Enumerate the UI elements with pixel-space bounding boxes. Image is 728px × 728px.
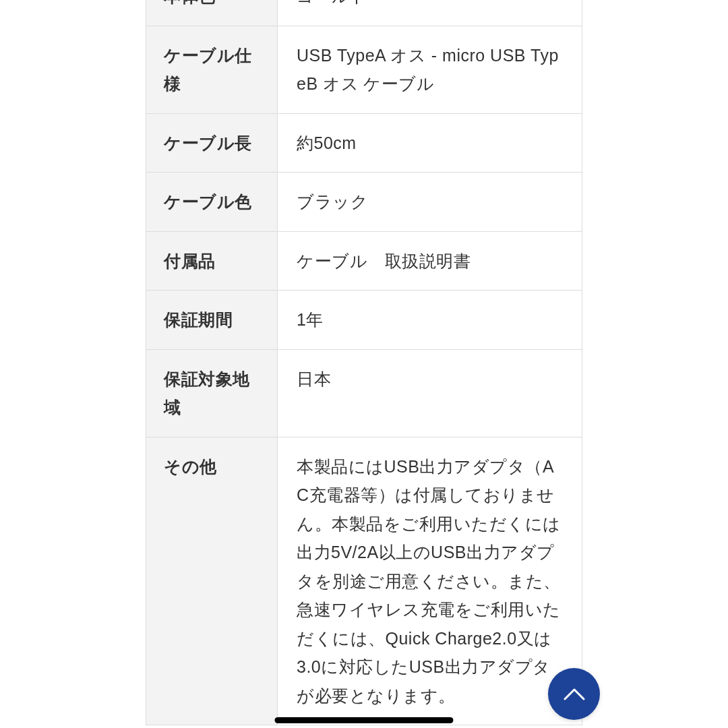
table-row: ケーブル色 ブラック <box>146 173 582 232</box>
table-row: その他 本製品にはUSB出力アダプタ（AC充電器等）は付属しておりません。本製品… <box>146 437 582 725</box>
spec-label: 保証期間 <box>146 291 278 350</box>
table-row: ケーブル長 約50cm <box>146 113 582 173</box>
scroll-to-top-button[interactable] <box>548 668 600 720</box>
chevron-up-icon <box>563 688 586 701</box>
home-indicator[interactable] <box>275 717 454 723</box>
spec-label: 保証対象地域 <box>146 349 278 437</box>
spec-value: ケーブル 取扱説明書 <box>278 231 582 291</box>
spec-value: USB TypeA オス - micro USB TypeB オス ケーブル <box>278 26 582 113</box>
spec-value: ゴールド <box>278 0 582 26</box>
spec-value: ブラック <box>278 173 582 232</box>
spec-label: 付属品 <box>146 231 278 291</box>
spec-value: 本製品にはUSB出力アダプタ（AC充電器等）は付属しておりません。本製品をご利用… <box>278 437 582 725</box>
spec-label: 本体色 <box>146 0 278 26</box>
table-row: 保証対象地域 日本 <box>146 349 582 437</box>
table-row: 保証期間 1年 <box>146 291 582 350</box>
spec-value: 日本 <box>278 349 582 437</box>
spec-value: 1年 <box>278 291 582 350</box>
spec-table-container: 本体色 ゴールド ケーブル仕様 USB TypeA オス - micro USB… <box>146 0 582 725</box>
spec-table: 本体色 ゴールド ケーブル仕様 USB TypeA オス - micro USB… <box>146 0 582 725</box>
table-row: 付属品 ケーブル 取扱説明書 <box>146 231 582 291</box>
spec-value: 約50cm <box>278 113 582 173</box>
spec-label: その他 <box>146 437 278 725</box>
spec-label: ケーブル長 <box>146 113 278 173</box>
table-row: 本体色 ゴールド <box>146 0 582 26</box>
spec-label: ケーブル仕様 <box>146 26 278 113</box>
table-row: ケーブル仕様 USB TypeA オス - micro USB TypeB オス… <box>146 26 582 113</box>
spec-label: ケーブル色 <box>146 173 278 232</box>
